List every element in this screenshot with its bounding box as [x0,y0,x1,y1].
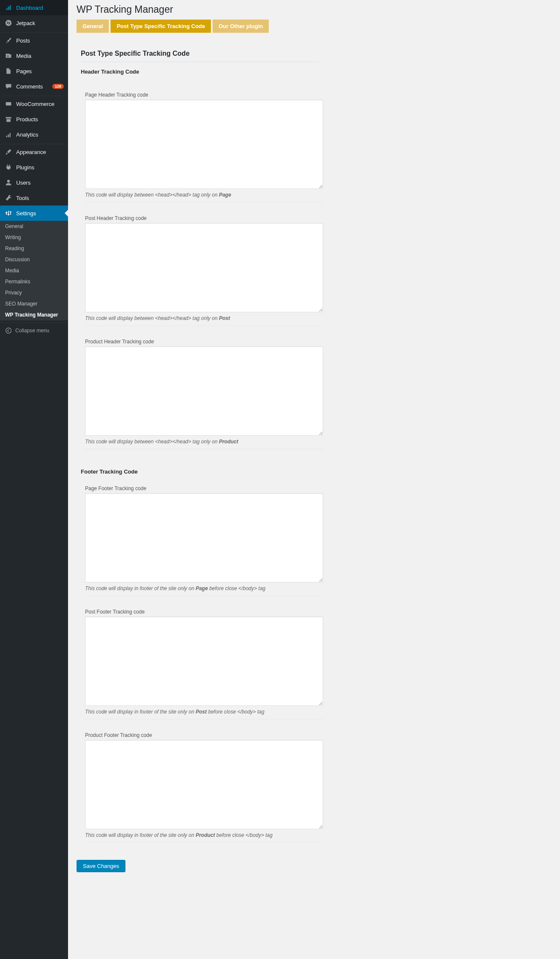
page-icon [4,67,13,75]
sidebar-subitem-wp-tracking-manager[interactable]: WP Tracking Manager [0,309,68,320]
product-header-textarea[interactable] [85,346,323,436]
comments-badge: 128 [52,84,64,89]
post-footer-desc: This code will display in footer of the … [85,707,323,719]
field-page-header: Page Header Tracking code This code will… [85,92,323,203]
section-title: Post Type Specific Tracking Code [81,33,319,62]
field-product-header: Product Header Tracking code This code w… [85,339,323,449]
page-footer-label: Page Footer Tracking code [85,485,323,491]
pin-icon [4,36,13,45]
sidebar-subitem-general[interactable]: General [0,221,68,232]
sidebar-item-dashboard[interactable]: Dashboard [0,0,68,15]
product-icon [4,115,13,123]
sidebar-item-tools[interactable]: Tools [0,190,68,206]
main-content: WP Tracking Manager General Post Type Sp… [68,0,560,959]
media-icon [4,51,13,60]
nav-tabs: General Post Type Specific Tracking Code… [77,20,551,33]
sidebar-subitem-discussion[interactable]: Discussion [0,254,68,265]
sidebar-item-label: Comments [16,83,52,90]
sidebar-item-settings[interactable]: Settings [0,206,68,221]
sidebar-subitem-seo-manager[interactable]: SEO Manager [0,298,68,309]
jetpack-icon [4,19,13,27]
tab-post-type-specific[interactable]: Post Type Specific Tracking Code [111,20,211,33]
sidebar-item-plugins[interactable]: Plugins [0,160,68,175]
sidebar-subitem-privacy[interactable]: Privacy [0,287,68,298]
header-tracking-heading: Header Tracking Code [81,62,551,79]
page-header-label: Page Header Tracking code [85,92,323,98]
sidebar-item-label: Tools [16,195,64,201]
collapse-icon [4,326,13,335]
sidebar-item-label: Users [16,180,64,186]
page-footer-textarea[interactable] [85,493,323,582]
comment-icon [4,82,13,91]
woo-icon [4,100,13,108]
sidebar-item-products[interactable]: Products [0,111,68,127]
sidebar-item-label: Appearance [16,149,64,155]
page-header-textarea[interactable] [85,100,323,189]
sidebar-item-pages[interactable]: Pages [0,63,68,79]
sidebar-item-appearance[interactable]: Appearance [0,144,68,160]
tab-general[interactable]: General [77,20,109,33]
sidebar-subitem-writing[interactable]: Writing [0,232,68,243]
tab-our-other-plugin[interactable]: Our Other plugin [213,20,269,33]
sidebar-item-label: Pages [16,68,64,74]
product-header-label: Product Header Tracking code [85,339,323,345]
sidebar-item-label: Plugins [16,164,64,171]
sidebar-item-label: Posts [16,37,64,44]
field-page-footer: Page Footer Tracking code This code will… [85,485,323,596]
svg-rect-8 [9,211,11,212]
product-header-desc: This code will display between <head></h… [85,437,323,449]
save-button[interactable]: Save Changes [77,860,125,872]
post-header-label: Post Header Tracking code [85,215,323,221]
svg-point-0 [6,20,11,26]
page-title: WP Tracking Manager [77,0,551,17]
post-footer-label: Post Footer Tracking code [85,609,323,615]
sidebar-item-label: Settings [16,210,64,217]
svg-point-9 [6,328,11,334]
footer-tracking-heading: Footer Tracking Code [81,462,551,479]
sidebar-subitem-reading[interactable]: Reading [0,243,68,254]
svg-rect-6 [6,212,8,213]
product-footer-label: Product Footer Tracking code [85,732,323,738]
sidebar-item-users[interactable]: Users [0,175,68,190]
sidebar-item-label: Products [16,116,64,123]
admin-sidebar: Dashboard Jetpack Posts Media Pages Comm… [0,0,68,959]
svg-point-2 [7,180,10,183]
sidebar-item-label: WooCommerce [16,101,64,107]
sidebar-item-label: Media [16,53,64,59]
sidebar-subitem-media[interactable]: Media [0,265,68,276]
plugin-icon [4,163,13,171]
user-icon [4,178,13,187]
page-footer-desc: This code will display in footer of the … [85,584,323,596]
sidebar-item-label: Jetpack [16,20,64,26]
post-footer-textarea[interactable] [85,616,323,706]
sidebar-item-media[interactable]: Media [0,48,68,63]
analytics-icon [4,130,13,139]
sidebar-item-posts[interactable]: Posts [0,33,68,48]
sidebar-item-woocommerce[interactable]: WooCommerce [0,96,68,111]
field-post-footer: Post Footer Tracking code This code will… [85,609,323,719]
sidebar-item-analytics[interactable]: Analytics [0,127,68,142]
field-post-header: Post Header Tracking code This code will… [85,215,323,326]
svg-rect-1 [6,102,11,106]
sidebar-item-comments[interactable]: Comments 128 [0,79,68,94]
sidebar-item-label: Dashboard [16,5,64,11]
svg-rect-7 [8,214,10,215]
sidebar-item-label: Analytics [16,131,64,138]
brush-icon [4,148,13,156]
svg-rect-5 [10,212,11,215]
collapse-menu[interactable]: Collapse menu [0,323,68,338]
dashboard-icon [4,3,13,12]
post-header-desc: This code will display between <head></h… [85,314,323,326]
post-header-textarea[interactable] [85,223,323,312]
tool-icon [4,194,13,202]
product-footer-desc: This code will display in footer of the … [85,831,323,843]
collapse-label: Collapse menu [15,328,49,334]
page-header-desc: This code will display between <head></h… [85,190,323,203]
field-product-footer: Product Footer Tracking code This code w… [85,732,323,843]
sidebar-item-jetpack[interactable]: Jetpack [0,15,68,31]
sidebar-subitem-permalinks[interactable]: Permalinks [0,276,68,287]
settings-icon [4,209,13,217]
product-footer-textarea[interactable] [85,740,323,829]
